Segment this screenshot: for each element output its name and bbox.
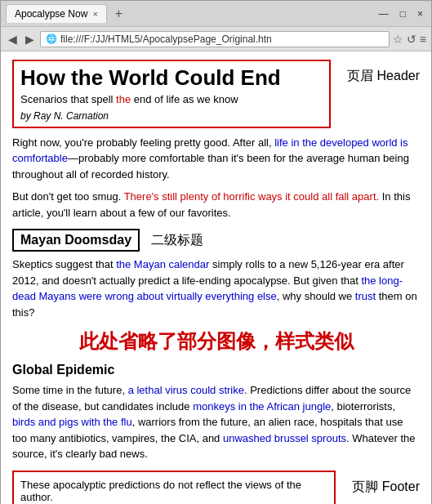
subtitle-link[interactable]: the [116, 93, 131, 105]
browser-window: Apocalypse Now × + — □ × ◀ ▶ 🌐 file:///F… [0, 0, 432, 504]
mayan-pre: Skeptics suggest that [12, 258, 116, 270]
browser-tab[interactable]: Apocalypse Now × [6, 4, 107, 23]
tab-close-button[interactable]: × [92, 9, 97, 19]
address-bar-controls: ☆ ↺ ≡ [393, 33, 426, 46]
back-button[interactable]: ◀ [6, 33, 20, 46]
epidemic-heading: Global Epidemic [12, 363, 420, 377]
footer-section: These apocalyptic predictions do not ref… [12, 471, 420, 504]
body-paragraph-2: But don't get too smug. There's still pl… [12, 189, 420, 221]
epidemic-link3[interactable]: birds and pigs with the flu [12, 416, 132, 428]
subtitle: Scenarios that spell the end of life as … [20, 93, 323, 105]
title-bar: Apocalypse Now × + — □ × [1, 1, 431, 27]
para2-red1: There's still plenty of horrific ways it… [124, 190, 379, 203]
minimize-button[interactable]: — [376, 8, 392, 20]
header-label: 页眉 Header [347, 60, 420, 85]
forward-button[interactable]: ▶ [23, 33, 37, 46]
h2-label: 二级标题 [151, 232, 203, 249]
security-icon: 🌐 [46, 33, 57, 44]
para2-pre: But don't get too smug. [12, 190, 124, 203]
epidemic-link1[interactable]: a lethal virus could strike [128, 384, 244, 396]
mayan-heading-section: Mayan Doomsday 二级标题 [12, 229, 420, 252]
url-input[interactable]: 🌐 file:///F:/JJ/HTML5/ApocalypsePage_Ori… [40, 31, 390, 47]
window-controls: — □ × [376, 8, 426, 20]
omitted-notice: 此处省略了部分图像，样式类似 [12, 328, 420, 355]
reload-button[interactable]: ↺ [407, 33, 416, 46]
header-box: How the World Could End Scenarios that s… [12, 60, 331, 128]
footer-label: 页脚 Footer [352, 471, 420, 496]
address-bar: ◀ ▶ 🌐 file:///F:/JJ/HTML5/ApocalypsePage… [1, 27, 431, 51]
mayan-mid2: , why should we [277, 290, 355, 302]
subtitle-pre: Scenarios that spell [20, 93, 116, 105]
mayan-paragraph: Skeptics suggest that the Mayan calendar… [12, 256, 420, 320]
footer-disclaimer: These apocalyptic predictions do not ref… [20, 479, 327, 503]
new-tab-button[interactable]: + [112, 7, 126, 21]
url-text: file:///F:/JJ/HTML5/ApocalypsePage_Origi… [60, 33, 272, 45]
mayan-heading: Mayan Doomsday [12, 229, 140, 252]
para1-pre: Right now, you're probably feeling prett… [12, 136, 274, 149]
mayan-link1[interactable]: the Mayan calendar [116, 258, 209, 270]
epidemic-link4[interactable]: unwashed brussel sprouts [223, 432, 346, 444]
byline: by Ray N. Carnation [20, 110, 323, 122]
epidemic-paragraph: Some time in the future, a lethal virus … [12, 382, 420, 462]
footer-box: These apocalyptic predictions do not ref… [12, 471, 336, 504]
page-content: How the World Could End Scenarios that s… [1, 51, 431, 504]
maximize-button[interactable]: □ [397, 8, 409, 20]
bookmarks-icon[interactable]: ☆ [393, 33, 403, 46]
para1-mid: —probably more comfortable than it's bee… [12, 152, 409, 181]
epidemic-mid2: , bioterrorists, [331, 400, 395, 413]
header-section: How the World Could End Scenarios that s… [12, 60, 420, 128]
mayan-link3[interactable]: trust [355, 290, 376, 302]
subtitle-post: end of life as we know [131, 93, 238, 105]
tab-title: Apocalypse Now [15, 8, 87, 20]
close-button[interactable]: × [414, 8, 426, 20]
more-menu-button[interactable]: ≡ [420, 33, 426, 46]
main-title: How the World Could End [20, 66, 323, 90]
epidemic-link2[interactable]: monkeys in the African jungle [193, 400, 331, 413]
epidemic-pre: Some time in the future, [12, 384, 128, 396]
body-paragraph-1: Right now, you're probably feeling prett… [12, 135, 420, 183]
